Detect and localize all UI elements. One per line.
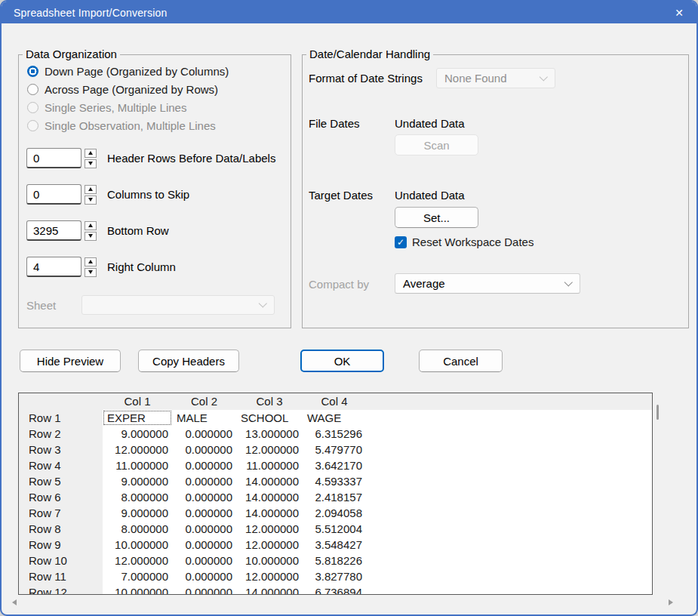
hide-preview-button[interactable]: Hide Preview [20,350,121,372]
cell[interactable]: 14.000000 [236,473,303,489]
spin-down-button[interactable] [85,268,97,277]
spin-up-button[interactable] [85,221,97,230]
cell[interactable]: 10.000000 [236,553,303,568]
ok-button[interactable]: OK [300,350,384,372]
cell[interactable]: 5.479770 [303,442,366,457]
cell[interactable]: 2.418157 [303,489,366,505]
cell[interactable]: 14.000000 [236,489,303,505]
radio-icon [27,102,38,113]
horizontal-scrollbar[interactable] [12,597,673,608]
table-row: Row 312.0000000.00000012.0000005.479770 [19,442,652,457]
cell[interactable]: 4.593337 [303,473,366,489]
data-preview-grid[interactable]: Col 1Col 2Col 3Col 4Row 1EXPERMALESCHOOL… [18,393,653,595]
columns-to-skip-input[interactable] [26,184,81,205]
cell[interactable]: 0.000000 [172,457,236,473]
column-header[interactable]: Col 1 [103,393,172,410]
cell[interactable]: 0.000000 [172,489,236,505]
cell[interactable]: 12.000000 [236,442,303,457]
table-row: Row 411.0000000.00000011.0000003.642170 [19,457,652,473]
cell[interactable]: 12.000000 [236,537,303,553]
target-dates-label: Target Dates [309,189,373,202]
cell[interactable]: MALE [172,410,236,426]
radio-selected-icon[interactable] [27,66,38,77]
spin-down-button[interactable] [85,196,97,205]
cell[interactable]: 11.000000 [236,457,303,473]
radio-option[interactable]: Down Page (Organized by Columns) [27,62,229,80]
cell[interactable]: 10.000000 [103,537,172,553]
cell[interactable]: WAGE [303,410,366,426]
cell[interactable]: 8.000000 [103,489,172,505]
cell[interactable]: 10.000000 [103,584,172,595]
table-row: Row 117.0000000.00000012.0000003.827780 [19,568,652,584]
header-rows-input[interactable] [26,148,81,168]
cell[interactable]: 0.000000 [172,553,236,568]
cell[interactable]: 0.000000 [172,426,236,442]
scroll-right-icon[interactable] [669,599,673,605]
spin-down-button[interactable] [85,232,97,241]
spin-up-button[interactable] [85,185,97,194]
cell[interactable]: 3.827780 [303,568,366,584]
cell[interactable]: 7.000000 [103,568,172,584]
cell[interactable]: 0.000000 [172,568,236,584]
cell[interactable]: 14.000000 [236,584,303,595]
radio-option[interactable]: Across Page (Organized by Rows) [27,80,229,98]
cell[interactable]: 5.818226 [303,553,366,568]
cell[interactable]: 12.000000 [103,553,172,568]
cell[interactable]: 3.548427 [303,537,366,553]
table-row: Row 1EXPERMALESCHOOLWAGE [19,410,652,426]
cell[interactable]: 11.000000 [103,457,172,473]
spin-up-button[interactable] [85,257,97,266]
file-dates-label: File Dates [309,117,360,130]
titlebar[interactable]: Spreadsheet Import/Conversion ✕ [2,2,696,23]
right-column-input[interactable] [26,257,81,277]
cancel-button[interactable]: Cancel [419,350,503,372]
column-header[interactable]: Col 3 [236,393,303,410]
close-icon[interactable]: ✕ [662,2,696,23]
spin-down-button[interactable] [85,159,97,168]
cell[interactable]: 0.000000 [172,584,236,595]
chevron-down-icon [564,278,573,286]
cell[interactable]: 2.094058 [303,505,366,521]
cell[interactable]: SCHOOL [236,410,303,426]
row-label: Row 9 [19,537,103,553]
checkbox-checked-icon[interactable]: ✓ [395,236,407,248]
chevron-down-icon [259,299,267,307]
cell[interactable]: 9.000000 [103,505,172,521]
bottom-row-input[interactable] [26,220,81,241]
column-header[interactable]: Col 4 [303,393,366,410]
cell[interactable]: EXPER [103,410,172,426]
cell[interactable]: 0.000000 [172,442,236,457]
cell[interactable]: 0.000000 [172,537,236,553]
cell[interactable]: 12.000000 [236,568,303,584]
cell[interactable]: 9.000000 [103,473,172,489]
cell[interactable]: 3.642170 [303,457,366,473]
vertical-scrollbar-thumb[interactable] [656,405,659,420]
cell[interactable]: 5.512004 [303,521,366,537]
cell[interactable]: 8.000000 [103,521,172,537]
header-rows-spinner-row: Header Rows Before Data/Labels [26,148,275,168]
format-of-date-strings-label: Format of Date Strings [309,72,423,85]
cell[interactable]: 0.000000 [172,521,236,537]
cell[interactable]: 6.315296 [303,426,366,442]
radio-icon[interactable] [27,84,38,95]
cell[interactable]: 12.000000 [103,442,172,457]
spin-up-button[interactable] [85,149,97,158]
spin-up-icon [88,223,93,227]
cell[interactable]: 13.000000 [236,426,303,442]
date-format-value: None Found [444,72,507,85]
cell[interactable]: 6.736894 [303,584,366,595]
scroll-left-icon[interactable] [12,599,17,605]
cell[interactable]: 14.000000 [236,505,303,521]
cell[interactable]: 9.000000 [103,426,172,442]
cell[interactable]: 12.000000 [236,521,303,537]
column-header[interactable]: Col 2 [172,393,236,410]
file-dates-value: Undated Data [395,117,465,130]
table-row: Row 1012.0000000.00000010.0000005.818226 [19,553,652,568]
sheet-dropdown [81,295,275,315]
row-filler [366,489,652,505]
cell[interactable]: 0.000000 [172,505,236,521]
compact-by-dropdown[interactable]: Average [395,273,580,294]
copy-headers-button[interactable]: Copy Headers [138,350,239,372]
cell[interactable]: 0.000000 [172,473,236,489]
set-dates-button[interactable]: Set... [395,207,478,228]
